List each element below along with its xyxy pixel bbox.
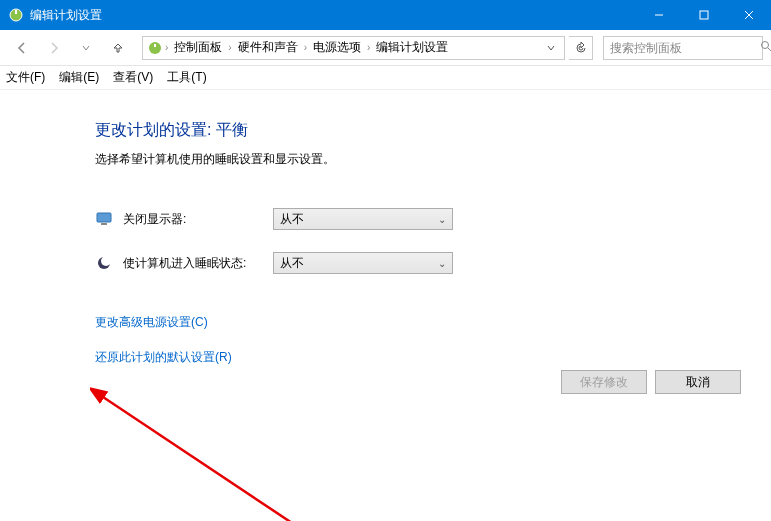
title-bar: 编辑计划设置 [0, 0, 771, 30]
address-bar[interactable]: › 控制面板 › 硬件和声音 › 电源选项 › 编辑计划设置 [142, 36, 565, 60]
address-dropdown-button[interactable] [542, 44, 560, 52]
recent-locations-button[interactable] [72, 36, 100, 60]
refresh-button[interactable] [569, 36, 593, 60]
app-icon [8, 7, 24, 23]
svg-rect-11 [101, 223, 107, 225]
maximize-button[interactable] [681, 0, 726, 30]
footer-buttons: 保存修改 取消 [561, 370, 741, 394]
breadcrumb-item[interactable]: 电源选项 [309, 39, 365, 56]
menu-view[interactable]: 查看(V) [113, 69, 153, 86]
content-area: 更改计划的设置: 平衡 选择希望计算机使用的睡眠设置和显示设置。 关闭显示器: … [0, 90, 771, 384]
setting-sleep: 使计算机进入睡眠状态: 从不 ⌄ [95, 252, 771, 274]
page-subtext: 选择希望计算机使用的睡眠设置和显示设置。 [95, 151, 771, 168]
turn-off-display-select[interactable]: 从不 ⌄ [273, 208, 453, 230]
search-icon [760, 40, 771, 55]
control-panel-icon [147, 40, 163, 56]
monitor-icon [95, 210, 113, 228]
save-button[interactable]: 保存修改 [561, 370, 647, 394]
setting-label: 关闭显示器: [123, 211, 273, 228]
chevron-right-icon: › [367, 42, 370, 53]
menu-bar: 文件(F) 编辑(E) 查看(V) 工具(T) [0, 66, 771, 90]
svg-rect-3 [700, 11, 708, 19]
link-restore-defaults[interactable]: 还原此计划的默认设置(R) [95, 349, 232, 366]
menu-tools[interactable]: 工具(T) [167, 69, 206, 86]
cancel-button[interactable]: 取消 [655, 370, 741, 394]
select-value: 从不 [280, 211, 304, 228]
chevron-right-icon: › [165, 42, 168, 53]
close-button[interactable] [726, 0, 771, 30]
select-value: 从不 [280, 255, 304, 272]
page-heading: 更改计划的设置: 平衡 [95, 120, 771, 141]
svg-line-14 [100, 395, 340, 521]
up-button[interactable] [104, 36, 132, 60]
chevron-down-icon: ⌄ [438, 258, 446, 269]
menu-edit[interactable]: 编辑(E) [59, 69, 99, 86]
moon-icon [95, 254, 113, 272]
forward-button[interactable] [40, 36, 68, 60]
setting-label: 使计算机进入睡眠状态: [123, 255, 273, 272]
sleep-select[interactable]: 从不 ⌄ [273, 252, 453, 274]
svg-rect-10 [97, 213, 111, 222]
breadcrumb-item[interactable]: 控制面板 [170, 39, 226, 56]
chevron-right-icon: › [304, 42, 307, 53]
breadcrumb-item[interactable]: 硬件和声音 [234, 39, 302, 56]
setting-turn-off-display: 关闭显示器: 从不 ⌄ [95, 208, 771, 230]
breadcrumb-item[interactable]: 编辑计划设置 [372, 39, 452, 56]
svg-rect-7 [154, 44, 156, 47]
svg-rect-1 [15, 10, 17, 14]
menu-file[interactable]: 文件(F) [6, 69, 45, 86]
link-advanced-power-settings[interactable]: 更改高级电源设置(C) [95, 314, 208, 331]
search-box[interactable] [603, 36, 763, 60]
window-title: 编辑计划设置 [30, 7, 636, 24]
svg-point-6 [149, 42, 161, 54]
chevron-down-icon: ⌄ [438, 214, 446, 225]
address-row: › 控制面板 › 硬件和声音 › 电源选项 › 编辑计划设置 [0, 30, 771, 66]
minimize-button[interactable] [636, 0, 681, 30]
search-input[interactable] [610, 41, 760, 55]
svg-point-8 [762, 42, 769, 49]
annotation-arrow [90, 365, 390, 521]
back-button[interactable] [8, 36, 36, 60]
chevron-right-icon: › [228, 42, 231, 53]
svg-point-13 [101, 256, 111, 266]
